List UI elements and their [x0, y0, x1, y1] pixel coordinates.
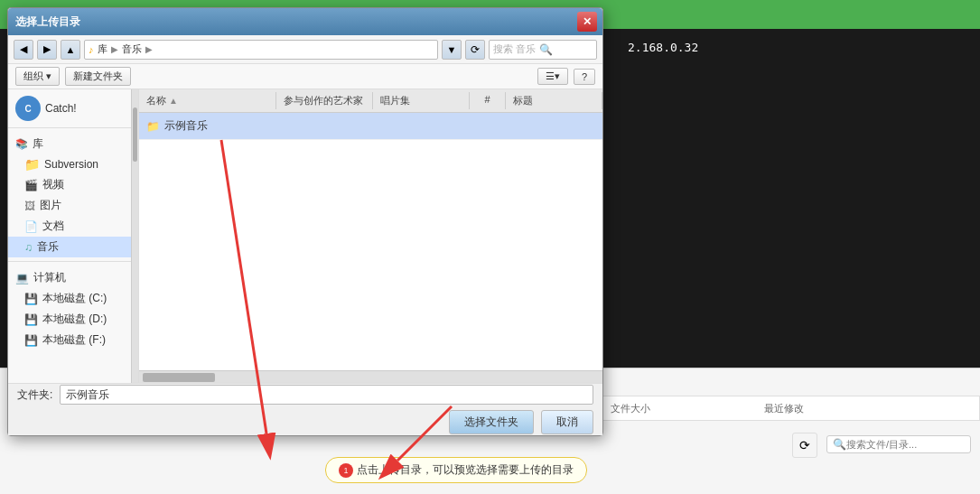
drive-f-icon: 💾: [24, 334, 38, 347]
sidebar-item-drive-f[interactable]: 💾 本地磁盘 (F:): [8, 330, 138, 350]
file-cell-name: 📁 示例音乐: [139, 117, 277, 135]
col-num-header[interactable]: #: [470, 92, 506, 109]
up-button[interactable]: ▲: [61, 40, 80, 60]
sidebar-item-subversion[interactable]: 📁 Subversion: [8, 154, 138, 174]
tooltip-number: 1: [339, 463, 353, 478]
col-name-header[interactable]: 名称 ▲: [139, 92, 276, 109]
col-title-header[interactable]: 标题: [506, 92, 602, 109]
catch-icon: C: [15, 96, 41, 121]
dialog-toolbar2: 组织 ▾ 新建文件夹 ☰▾ ?: [8, 64, 602, 89]
drive-d-icon: 💾: [24, 313, 38, 326]
sidebar-item-video[interactable]: 🎬 视频: [8, 174, 138, 195]
sidebar-label-video: 视频: [42, 177, 64, 192]
help-button[interactable]: ?: [574, 69, 595, 85]
file-cell-num: [471, 125, 506, 128]
tooltip-text: 点击上传目录，可以预览选择需要上传的目录: [357, 462, 574, 478]
col-artist-header[interactable]: 参与创作的艺术家: [276, 92, 373, 109]
music-icon-sidebar: ♫: [24, 241, 33, 254]
refresh-icon: ⟳: [799, 438, 810, 452]
sidebar-sep1: [8, 127, 138, 128]
file-cell-artist: [277, 125, 374, 128]
sidebar-label-catch: Catch!: [45, 102, 77, 115]
expand-button[interactable]: ▼: [442, 40, 462, 60]
doc-icon: 📄: [24, 220, 38, 233]
terminal-ip-text: 2.168.0.32: [628, 41, 698, 54]
sidebar-item-doc[interactable]: 📄 文档: [8, 216, 138, 237]
filelist-hscroll[interactable]: [139, 370, 602, 383]
cancel-button[interactable]: 取消: [541, 410, 593, 434]
folder-icon-file: 📁: [146, 120, 160, 133]
sidebar-label-music: 音乐: [37, 239, 59, 255]
sidebar-label-doc: 文档: [42, 219, 64, 234]
file-cell-title: [506, 125, 602, 128]
sidebar-label-subversion: Subversion: [44, 158, 98, 171]
col-size: 文件大小: [603, 402, 757, 415]
search-icon-bottom: 🔍: [833, 438, 846, 451]
back-icon: ◀: [20, 43, 27, 55]
dialog-close-button[interactable]: ✕: [577, 12, 597, 32]
sidebar-item-drive-d[interactable]: 💾 本地磁盘 (D:): [8, 309, 138, 330]
file-name-text: 示例音乐: [164, 118, 208, 134]
sidebar-item-image[interactable]: 🖼 图片: [8, 195, 138, 216]
new-folder-button[interactable]: 新建文件夹: [65, 67, 131, 86]
sidebar-label-drive-f: 本地磁盘 (F:): [42, 332, 106, 348]
forward-icon: ▶: [43, 43, 51, 55]
search-input-bottom[interactable]: [846, 439, 964, 450]
col-album-header[interactable]: 唱片集: [373, 92, 470, 109]
library-icon: 📚: [15, 138, 28, 150]
sidebar-label-drive-c: 本地磁盘 (C:): [42, 291, 107, 306]
breadcrumb-sep2: ▶: [145, 44, 153, 54]
back-button[interactable]: ◀: [14, 40, 33, 60]
tooltip-box: 1 点击上传目录，可以预览选择需要上传的目录: [325, 457, 587, 483]
refresh-button[interactable]: ⟳: [792, 433, 817, 458]
toolbar-search-placeholder: 搜索 音乐: [493, 42, 536, 56]
col-name-label: 名称: [146, 95, 166, 106]
sidebar-item-catch[interactable]: C Catch!: [8, 93, 138, 124]
breadcrumb-music: 音乐: [122, 42, 142, 56]
select-folder-button[interactable]: 选择文件夹: [449, 410, 534, 434]
breadcrumb-lib: 库: [98, 42, 107, 56]
drive-c-icon: 💾: [24, 293, 38, 305]
forward-button[interactable]: ▶: [37, 40, 57, 60]
dialog-titlebar: 选择上传目录 ✕: [8, 8, 602, 35]
sidebar-section-computer-label: 💻 计算机: [8, 267, 138, 288]
search-box-bottom: 🔍: [826, 435, 971, 453]
file-picker-dialog: 选择上传目录 ✕ ◀ ▶ ▲ ♪ 库 ▶ 音乐 ▶ ▼: [7, 7, 603, 436]
organize-button[interactable]: 组织 ▾: [15, 67, 60, 86]
footer-row1: 文件夹:: [17, 385, 593, 405]
search-bar[interactable]: 搜索 音乐 🔍: [489, 40, 597, 60]
sidebar-item-music[interactable]: ♫ 音乐: [8, 237, 138, 257]
sidebar-sep2: [8, 261, 138, 262]
sidebar-item-drive-c[interactable]: 💾 本地磁盘 (C:): [8, 288, 138, 309]
table-row[interactable]: 📁 示例音乐: [139, 113, 602, 140]
sidebar-scrollbar-thumb: [133, 107, 137, 162]
filelist-body: 📁 示例音乐: [139, 113, 602, 370]
filelist-header: 名称 ▲ 参与创作的艺术家 唱片集 # 标题: [139, 89, 602, 113]
col-modified: 最近修改: [757, 402, 979, 415]
sidebar-section-lib-label: 📚 库: [8, 134, 138, 154]
image-icon: 🖼: [24, 200, 35, 212]
computer-icon: 💻: [15, 272, 29, 284]
folder-label: 文件夹:: [17, 387, 52, 403]
view-button[interactable]: ☰▾: [537, 68, 568, 85]
video-icon: 🎬: [24, 179, 38, 191]
sidebar-scrollbar[interactable]: [131, 89, 138, 383]
dialog-sidebar: C Catch! 📚 库 📁 Subversion 🎬 视频: [8, 89, 139, 383]
dialog-title: 选择上传目录: [15, 14, 80, 30]
hscroll-thumb: [143, 373, 215, 382]
footer-row2: 选择文件夹 取消: [17, 410, 593, 434]
sidebar-label-image: 图片: [40, 198, 61, 213]
toolbar-refresh-button[interactable]: ⟳: [465, 40, 485, 60]
folder-input[interactable]: [60, 385, 593, 405]
dialog-toolbar-nav: ◀ ▶ ▲ ♪ 库 ▶ 音乐 ▶ ▼ ⟳ 搜索 音乐 �: [8, 35, 602, 64]
toolbar-search-icon: 🔍: [539, 43, 553, 56]
folder-icon-subversion: 📁: [24, 157, 40, 172]
sidebar-section-library: 📚 库 📁 Subversion 🎬 视频 🖼 图片: [8, 134, 138, 257]
file-cell-album: [374, 125, 471, 128]
expand-icon: ▼: [447, 44, 457, 55]
up-icon: ▲: [66, 44, 76, 55]
breadcrumb-sep1: ▶: [111, 44, 118, 54]
breadcrumb-bar[interactable]: ♪ 库 ▶ 音乐 ▶: [84, 40, 438, 60]
sidebar-computer-text: 计算机: [33, 270, 66, 285]
sidebar-label-drive-d: 本地磁盘 (D:): [42, 312, 107, 327]
